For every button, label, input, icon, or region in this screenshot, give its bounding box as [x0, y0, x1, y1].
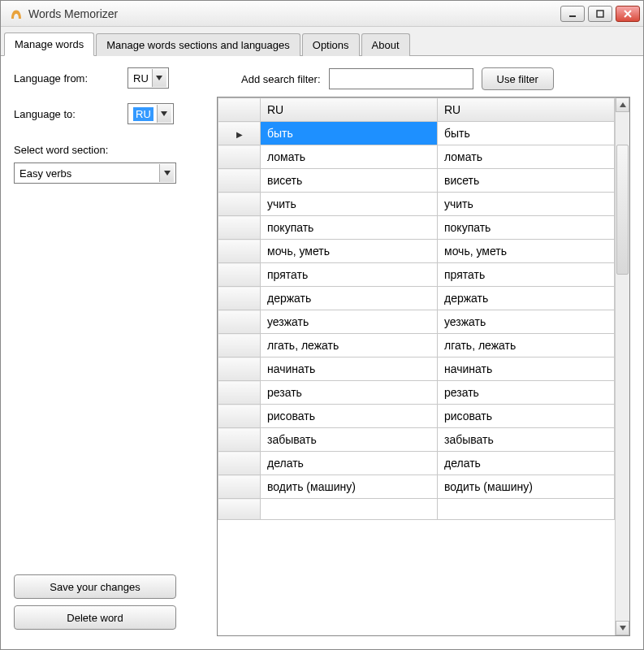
left-panel: Language from: RU Language to: RU Select…	[14, 67, 209, 636]
cell-col2[interactable]: начинать	[438, 358, 615, 381]
table-row[interactable]: мочь, уметьмочь, уметь	[218, 240, 615, 263]
table-row[interactable]: бытьбыть	[218, 122, 615, 145]
cell-col2[interactable]: водить (машину)	[438, 475, 615, 499]
scroll-track[interactable]	[616, 112, 629, 621]
row-header[interactable]	[218, 263, 261, 287]
cell-col2[interactable]: резать	[438, 381, 615, 405]
use-filter-label: Use filter	[497, 73, 538, 85]
scroll-down-button[interactable]	[616, 621, 629, 635]
scroll-up-button[interactable]	[616, 98, 629, 112]
cell-col1[interactable]: делать	[261, 452, 438, 475]
cell-col2[interactable]: делать	[438, 452, 615, 475]
table-row[interactable]: висетьвисеть	[218, 169, 615, 193]
row-header[interactable]	[218, 240, 261, 263]
cell-col1[interactable]: держать	[261, 287, 438, 310]
tab-manage-words-sections-and-languages[interactable]: Manage words sections and languages	[96, 33, 300, 56]
table-row[interactable]: начинатьначинать	[218, 358, 615, 381]
row-header[interactable]	[218, 169, 261, 193]
table-row[interactable]: ломатьломать	[218, 145, 615, 169]
cell-col1[interactable]: лгать, лежать	[261, 334, 438, 358]
cell-col2[interactable]: ломать	[438, 145, 615, 169]
row-header[interactable]	[218, 499, 261, 520]
maximize-button[interactable]	[588, 6, 612, 22]
cell-col2[interactable]: рисовать	[438, 405, 615, 428]
save-button[interactable]: Save your changes	[14, 574, 176, 599]
window-controls	[560, 6, 640, 22]
row-header[interactable]	[218, 145, 261, 169]
close-button[interactable]	[616, 6, 640, 22]
row-header[interactable]	[218, 452, 261, 475]
table-row[interactable]: покупатьпокупать	[218, 216, 615, 240]
cell-col1[interactable]: забывать	[261, 428, 438, 452]
cell-col1[interactable]: начинать	[261, 358, 438, 381]
cell-col2[interactable]	[438, 499, 615, 520]
cell-col1[interactable]: рисовать	[261, 405, 438, 428]
cell-col1[interactable]: ломать	[261, 145, 438, 169]
row-header[interactable]	[218, 310, 261, 334]
row-header[interactable]	[218, 405, 261, 428]
cell-col1[interactable]: мочь, уметь	[261, 240, 438, 263]
grid-header-col1[interactable]: RU	[261, 98, 438, 122]
tab-options[interactable]: Options	[302, 33, 360, 56]
row-header[interactable]	[218, 475, 261, 499]
section-label: Select word section:	[14, 144, 209, 156]
language-from-select[interactable]: RU	[128, 67, 169, 89]
chevron-down-icon	[152, 69, 166, 87]
table-row[interactable]: учитьучить	[218, 193, 615, 216]
cell-col1[interactable]: резать	[261, 381, 438, 405]
table-row[interactable]: водить (машину)водить (машину)	[218, 475, 615, 499]
cell-col2[interactable]: мочь, уметь	[438, 240, 615, 263]
cell-col1[interactable]: прятать	[261, 263, 438, 287]
language-to-select[interactable]: RU	[128, 103, 174, 124]
table-row[interactable]: уезжатьуезжать	[218, 310, 615, 334]
cell-col1[interactable]: уезжать	[261, 310, 438, 334]
delete-button[interactable]: Delete word	[14, 605, 176, 630]
row-header[interactable]	[218, 122, 261, 145]
cell-col1[interactable]: учить	[261, 193, 438, 216]
cell-col2[interactable]: прятать	[438, 263, 615, 287]
table-row[interactable]: рисоватьрисовать	[218, 405, 615, 428]
cell-col2[interactable]: забывать	[438, 428, 615, 452]
use-filter-button[interactable]: Use filter	[482, 67, 554, 90]
cell-col2[interactable]: учить	[438, 193, 615, 216]
cell-col1[interactable]: покупать	[261, 216, 438, 240]
cell-col1[interactable]: быть	[261, 122, 438, 145]
row-header[interactable]	[218, 428, 261, 452]
svg-rect-1	[597, 11, 603, 17]
table-row[interactable]: делатьделать	[218, 452, 615, 475]
table-row[interactable]: держатьдержать	[218, 287, 615, 310]
table-row[interactable]: лгать, лежатьлгать, лежать	[218, 334, 615, 358]
cell-col1[interactable]	[261, 499, 438, 520]
row-header[interactable]	[218, 358, 261, 381]
table-row[interactable]: прятатьпрятать	[218, 263, 615, 287]
grid-corner	[218, 98, 261, 122]
right-panel: Add search filter: Use filter RU RU	[217, 67, 630, 636]
scroll-thumb[interactable]	[616, 145, 629, 275]
grid-header-col2[interactable]: RU	[438, 98, 615, 122]
table-row[interactable]: резатьрезать	[218, 381, 615, 405]
cell-col2[interactable]: уезжать	[438, 310, 615, 334]
row-header[interactable]	[218, 193, 261, 216]
grid-scrollbar[interactable]	[615, 98, 629, 635]
cell-col2[interactable]: держать	[438, 287, 615, 310]
tab-about[interactable]: About	[361, 33, 410, 56]
cell-col2[interactable]: висеть	[438, 169, 615, 193]
window-title: Words Memorizer	[28, 7, 560, 20]
row-header[interactable]	[218, 334, 261, 358]
row-header[interactable]	[218, 287, 261, 310]
cell-col1[interactable]: водить (машину)	[261, 475, 438, 499]
word-section-select[interactable]: Easy verbs	[14, 162, 176, 184]
chevron-down-icon	[157, 105, 171, 123]
table-row[interactable]: забыватьзабывать	[218, 428, 615, 452]
row-header[interactable]	[218, 381, 261, 405]
cell-col2[interactable]: лгать, лежать	[438, 334, 615, 358]
table-row-new[interactable]	[218, 499, 615, 520]
tab-manage-words[interactable]: Manage words	[4, 32, 94, 56]
row-header[interactable]	[218, 216, 261, 240]
search-filter-input[interactable]	[329, 68, 473, 89]
words-grid: RU RU бытьбытьломатьломатьвисетьвисетьуч…	[217, 97, 630, 636]
cell-col1[interactable]: висеть	[261, 169, 438, 193]
cell-col2[interactable]: быть	[438, 122, 615, 145]
cell-col2[interactable]: покупать	[438, 216, 615, 240]
minimize-button[interactable]	[560, 6, 585, 22]
